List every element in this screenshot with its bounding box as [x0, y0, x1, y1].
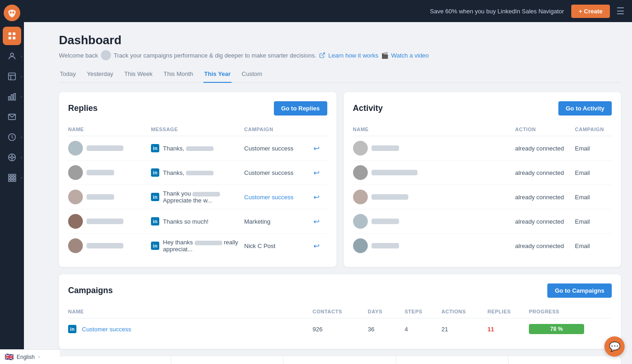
campaign-name: Customer success [244, 169, 313, 176]
stat-accepted: 31 62% Accepted [171, 356, 284, 364]
tab-today[interactable]: Today [59, 68, 77, 83]
go-to-activity-button[interactable]: Go to Activity [558, 101, 612, 116]
go-to-replies-button[interactable]: Go to Replies [274, 101, 327, 116]
steps-value: 4 [405, 326, 441, 333]
progress-label: 78 % [550, 326, 562, 332]
tab-custom[interactable]: Custom [241, 68, 263, 83]
sidebar-item-tasks[interactable]: › [3, 128, 21, 146]
reply-icon[interactable]: ↩ [313, 144, 327, 153]
svg-rect-4 [13, 33, 16, 35]
reply-icon[interactable]: ↩ [313, 168, 327, 177]
svg-rect-6 [13, 37, 16, 40]
sidebar-item-campaigns[interactable]: › [3, 67, 21, 86]
svg-rect-13 [14, 93, 15, 100]
linkedin-icon: in [151, 144, 159, 152]
svg-rect-5 [9, 37, 12, 40]
campaign-text: Email [575, 145, 612, 152]
campaign-text: Email [575, 169, 612, 176]
chevron-right-icon: › [38, 354, 40, 359]
blurred-name [371, 243, 399, 248]
blurred-inline [192, 192, 220, 196]
table-row: already connected Email [353, 136, 612, 161]
sidebar-item-apps[interactable]: › [3, 168, 21, 187]
col-name: NAME [68, 127, 151, 132]
sidebar-item-dashboard[interactable] [3, 27, 21, 45]
svg-rect-27 [14, 177, 16, 179]
replies-card: Replies Go to Replies NAME MESSAGE CAMPA… [59, 92, 336, 267]
col-progress: PROGRESS [529, 309, 612, 314]
message-cell: in Thank you Appreciate the w... [151, 190, 244, 204]
svg-rect-8 [9, 73, 16, 80]
topbar: Save 60% when you buy LinkedIn Sales Nav… [24, 0, 632, 22]
sidebar-item-integrations[interactable]: › [3, 148, 21, 167]
tab-this-year[interactable]: This Year [203, 68, 232, 83]
message-cell: in Thanks, [151, 144, 244, 152]
svg-rect-24 [14, 174, 16, 176]
go-to-campaigns-button[interactable]: Go to Campaigns [547, 283, 612, 298]
blurred-name [371, 219, 399, 224]
col-action: ACTION [515, 127, 575, 132]
menu-icon[interactable]: ☰ [616, 6, 625, 17]
create-button[interactable]: + Create [571, 5, 610, 18]
avatar [68, 165, 83, 180]
message-cell: in Thanks so much! [151, 217, 244, 225]
blurred-inline [195, 241, 222, 245]
name-cell [68, 165, 151, 180]
activity-title: Activity [353, 104, 383, 113]
reply-icon[interactable]: ↩ [313, 217, 327, 226]
avatar [353, 165, 368, 180]
name-cell [68, 141, 151, 156]
tab-yesterday[interactable]: Yesterday [86, 68, 114, 83]
topbar-promo-text: Save 60% when you buy LinkedIn Sales Nav… [430, 8, 564, 15]
col-name: NAME [68, 309, 313, 314]
sidebar-item-analytics[interactable]: › [3, 87, 21, 106]
activity-table-header: NAME ACTION CAMPAIGN [353, 123, 612, 136]
svg-rect-25 [9, 177, 11, 179]
avatar [68, 141, 83, 156]
svg-point-1 [10, 12, 12, 14]
video-icon: 🎬 [381, 52, 388, 59]
learn-link[interactable]: Learn how it works [328, 52, 378, 59]
app-logo[interactable] [4, 5, 20, 21]
stat-invites-sent: 50 Invites Sent [59, 356, 171, 364]
message-text: Thank you Appreciate the w... [163, 190, 244, 204]
name-cell [353, 190, 516, 204]
avatar [353, 214, 368, 229]
tab-this-week[interactable]: This Week [123, 68, 153, 83]
chat-bubble-button[interactable]: 💬 [604, 336, 625, 357]
reply-icon[interactable]: ↩ [313, 193, 327, 202]
campaign-name[interactable]: Customer success [82, 326, 131, 333]
col-campaign: CAMPAIGN [244, 127, 313, 132]
table-row: in Thanks, Customer success ↩ [68, 161, 327, 185]
campaigns-table-header: NAME CONTACTS DAYS STEPS ACTIONS REPLIES… [68, 305, 612, 318]
table-row: already connected Email [353, 234, 612, 258]
main-content: Dashboard Welcome back Track your campai… [48, 22, 632, 364]
col-actions: ACTIONS [441, 309, 487, 314]
avatar [68, 190, 83, 204]
svg-point-2 [12, 12, 14, 14]
tab-this-month[interactable]: This Month [162, 68, 194, 83]
progress-bar: 78 % [529, 324, 612, 334]
action-text: already connected [515, 145, 575, 152]
action-text: already connected [515, 218, 575, 225]
reply-icon[interactable]: ↩ [313, 242, 327, 250]
blurred-name [87, 194, 114, 200]
col-days: DAYS [368, 309, 405, 314]
subtitle-after: Track your campaigns performance & dig d… [114, 52, 316, 59]
language-label: English [17, 354, 35, 360]
blurred-name [371, 194, 408, 200]
svg-rect-30 [14, 179, 16, 181]
avatar [68, 214, 83, 229]
avatar [353, 141, 368, 156]
language-bar[interactable]: 🇬🇧 English › [0, 349, 60, 364]
linkedin-icon: in [151, 242, 159, 250]
sidebar-item-contacts[interactable]: › [3, 47, 21, 65]
blurred-name [87, 145, 123, 151]
sidebar: › › › › › › [0, 0, 24, 364]
svg-rect-28 [9, 179, 11, 181]
col-name: NAME [353, 127, 516, 132]
sidebar-item-inbox[interactable] [3, 108, 21, 126]
video-link[interactable]: Watch a video [391, 52, 429, 59]
replies-header: Replies Go to Replies [68, 101, 327, 116]
campaign-text: Email [575, 243, 612, 249]
